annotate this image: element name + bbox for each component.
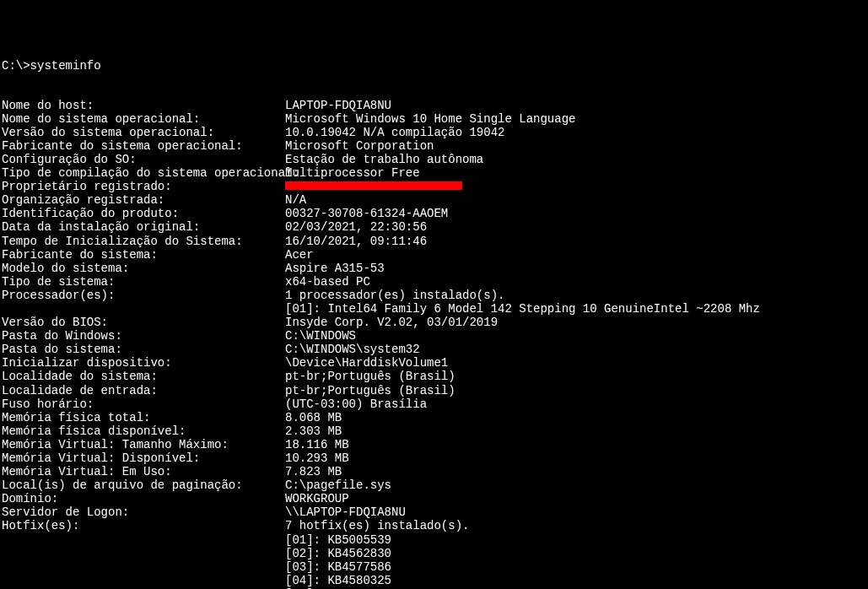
- row-value: C:\pagefile.sys: [285, 478, 391, 492]
- output-row: Nome do host:LAPTOP-FDQIA8NU: [2, 99, 866, 112]
- output-row: Hotfix(es):7 hotfix(es) instalado(s).: [2, 519, 866, 532]
- output-row: Fuso horário:(UTC-03:00) Brasília: [2, 397, 866, 411]
- row-value: Estação de trabalho autônoma: [285, 153, 483, 166]
- output-row: [04]: KB4580325: [2, 574, 866, 587]
- row-label: Fabricante do sistema:: [2, 248, 285, 262]
- row-value: [01]: Intel64 Family 6 Model 142 Steppin…: [285, 302, 760, 316]
- row-label: Servidor de Logon:: [2, 505, 285, 519]
- command-prompt: C:\>systeminfo: [2, 59, 866, 73]
- row-value: 7.823 MB: [285, 465, 342, 478]
- output-row: Inicializar dispositivo:\Device\Harddisk…: [2, 356, 866, 370]
- output-row: [02]: KB4562830: [2, 547, 866, 560]
- output-row: Processador(es):1 processador(es) instal…: [2, 289, 866, 302]
- row-value: pt-br;Português (Brasil): [285, 384, 456, 397]
- row-value: Acer: [285, 248, 314, 262]
- output-row: Memória física disponível:2.303 MB: [2, 424, 866, 438]
- row-label: Memória Virtual: Disponível:: [2, 451, 285, 465]
- output-row: Fabricante do sistema:Acer: [2, 248, 866, 262]
- row-label: Nome do host:: [2, 99, 285, 112]
- output-row: Organização registrada:N/A: [2, 193, 866, 207]
- row-label: Nome do sistema operacional:: [2, 112, 285, 126]
- row-label: Tipo de sistema:: [2, 275, 285, 289]
- output-row: [01]: KB5005539: [2, 533, 866, 547]
- row-value: [03]: KB4577586: [285, 560, 391, 574]
- row-label: Memória Virtual: Em Uso:: [2, 465, 285, 478]
- row-value: 00327-30708-61324-AAOEM: [285, 207, 448, 220]
- row-label: Localidade de entrada:: [2, 384, 285, 397]
- row-value: 10.0.19042 N/A compilação 19042: [285, 126, 504, 139]
- output-row: Nome do sistema operacional:Microsoft Wi…: [2, 112, 866, 126]
- row-value: \Device\HarddiskVolume1: [285, 356, 448, 370]
- row-value: 02/03/2021, 22:30:56: [285, 220, 427, 234]
- output-row: Identificação do produto:00327-30708-613…: [2, 207, 866, 220]
- row-value: [01]: KB5005539: [285, 533, 391, 547]
- row-label: Fabricante do sistema operacional:: [2, 139, 285, 153]
- row-label: Domínio:: [2, 492, 285, 505]
- row-value: [04]: KB4580325: [285, 574, 391, 587]
- row-value: 10.293 MB: [285, 451, 349, 465]
- output-row: Domínio:WORKGROUP: [2, 492, 866, 505]
- row-value: WORKGROUP: [285, 492, 349, 505]
- row-value: 18.116 MB: [285, 438, 349, 451]
- output-row: [01]: Intel64 Family 6 Model 142 Steppin…: [2, 302, 866, 316]
- output-row: Modelo do sistema:Aspire A315-53: [2, 262, 866, 275]
- prompt-text: C:\>systeminfo: [2, 59, 101, 73]
- row-value: N/A: [285, 193, 306, 207]
- row-value: 2.303 MB: [285, 424, 342, 438]
- output-row: Proprietário registrado:: [2, 180, 866, 193]
- output-row: Memória física total:8.068 MB: [2, 411, 866, 424]
- row-value: (UTC-03:00) Brasília: [285, 397, 427, 411]
- row-value: Microsoft Windows 10 Home Single Languag…: [285, 112, 575, 126]
- row-label: Identificação do produto:: [2, 207, 285, 220]
- row-value: 8.068 MB: [285, 411, 342, 424]
- row-label: Pasta do sistema:: [2, 343, 285, 356]
- output-row: Memória Virtual: Em Uso:7.823 MB: [2, 465, 866, 478]
- row-label: Memória física total:: [2, 411, 285, 424]
- row-label: Configuração do SO:: [2, 153, 285, 166]
- output-row: Pasta do sistema:C:\WINDOWS\system32: [2, 343, 866, 356]
- row-value: C:\WINDOWS: [285, 329, 356, 343]
- output-row: Tempo de Inicialização do Sistema:16/10/…: [2, 235, 866, 248]
- row-label: Proprietário registrado:: [2, 180, 285, 193]
- output-row: Servidor de Logon:\\LAPTOP-FDQIA8NU: [2, 505, 866, 519]
- row-value: 1 processador(es) instalado(s).: [285, 289, 504, 302]
- output-row: Data da instalação original:02/03/2021, …: [2, 220, 866, 234]
- row-value: \\LAPTOP-FDQIA8NU: [285, 505, 406, 519]
- row-value: x64-based PC: [285, 275, 370, 289]
- output-row: Pasta do Windows:C:\WINDOWS: [2, 329, 866, 343]
- output-row: Versão do BIOS:Insyde Corp. V2.02, 03/01…: [2, 316, 866, 329]
- row-label: Pasta do Windows:: [2, 329, 285, 343]
- output-row: Localidade do sistema:pt-br;Português (B…: [2, 370, 866, 383]
- output-row: Versão do sistema operacional:10.0.19042…: [2, 126, 866, 139]
- row-value: [02]: KB4562830: [285, 547, 391, 560]
- row-label: Inicializar dispositivo:: [2, 356, 285, 370]
- output-row: Tipo de compilação do sistema operaciona…: [2, 166, 866, 180]
- row-label: Organização registrada:: [2, 193, 285, 207]
- row-value: pt-br;Português (Brasil): [285, 370, 456, 383]
- output-row: Local(is) de arquivo de paginação:C:\pag…: [2, 478, 866, 492]
- row-value: 7 hotfix(es) instalado(s).: [285, 519, 469, 532]
- row-label: Versão do sistema operacional:: [2, 126, 285, 139]
- row-label: Tipo de compilação do sistema operaciona…: [2, 166, 285, 180]
- systeminfo-output: Nome do host:LAPTOP-FDQIA8NUNome do sist…: [2, 99, 866, 589]
- row-label: Local(is) de arquivo de paginação:: [2, 478, 285, 492]
- output-row: Memória Virtual: Disponível:10.293 MB: [2, 451, 866, 465]
- row-label: Memória física disponível:: [2, 424, 285, 438]
- output-row: Memória Virtual: Tamanho Máximo:18.116 M…: [2, 438, 866, 451]
- row-value: C:\WINDOWS\system32: [285, 343, 420, 356]
- row-label: Hotfix(es):: [2, 519, 285, 532]
- row-value: LAPTOP-FDQIA8NU: [285, 99, 391, 112]
- output-row: [03]: KB4577586: [2, 560, 866, 574]
- output-row: Configuração do SO:Estação de trabalho a…: [2, 153, 866, 166]
- row-label: Modelo do sistema:: [2, 262, 285, 275]
- redacted-value: [285, 181, 462, 190]
- row-label: Versão do BIOS:: [2, 316, 285, 329]
- row-value: Aspire A315-53: [285, 262, 385, 275]
- row-label: Fuso horário:: [2, 397, 285, 411]
- row-value: Microsoft Corporation: [285, 139, 434, 153]
- row-label: Memória Virtual: Tamanho Máximo:: [2, 438, 285, 451]
- output-row: Tipo de sistema:x64-based PC: [2, 275, 866, 289]
- row-value: Insyde Corp. V2.02, 03/01/2019: [285, 316, 498, 329]
- row-label: Tempo de Inicialização do Sistema:: [2, 235, 285, 248]
- row-label: Processador(es):: [2, 289, 285, 302]
